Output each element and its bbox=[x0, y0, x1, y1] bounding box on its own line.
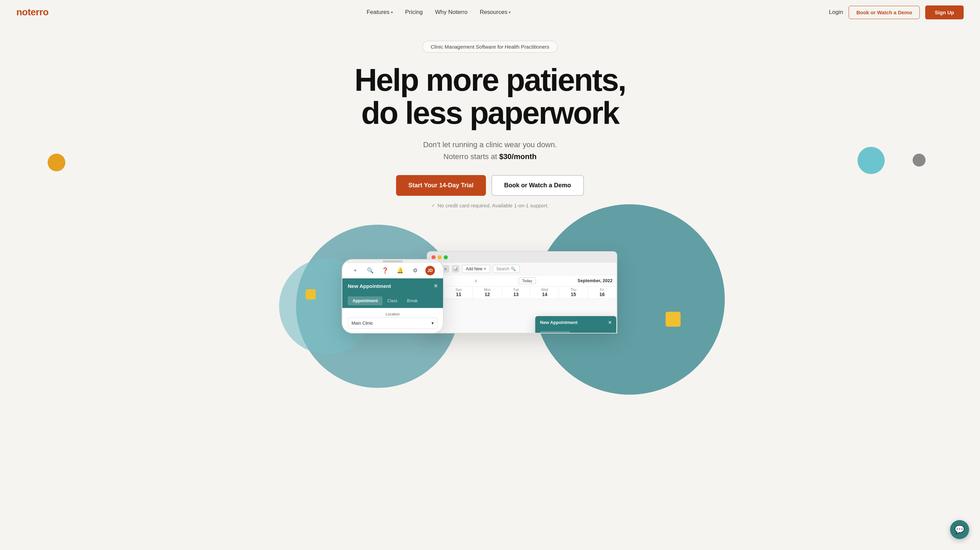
deco-orange-circle bbox=[48, 154, 65, 171]
hero-subtitle: Don't let running a clinic wear you down… bbox=[423, 139, 557, 162]
logo-text: noterro bbox=[16, 7, 49, 18]
chat-widget[interactable]: 💬 bbox=[950, 520, 969, 539]
nav-item-why[interactable]: Why Noterro bbox=[435, 9, 467, 16]
deco-teal-small-circle bbox=[858, 147, 885, 174]
desktop-appt-tab-class[interactable]: Class bbox=[570, 331, 586, 333]
cal-body: New Appointment × Appointment Class Brea… bbox=[427, 299, 617, 333]
navbar: noterro Features ▾ Pricing Why Noterro R… bbox=[0, 0, 980, 24]
calendar-header: ‹ › Today September, 2022 bbox=[427, 275, 617, 287]
demo-button-hero[interactable]: Book or Watch a Demo bbox=[492, 175, 584, 196]
features-label: Features bbox=[366, 9, 389, 16]
phone-mockup: ＋ 🔍 ❓ 🔔 ⚙ JD New Appointment × Appointme… bbox=[342, 259, 444, 333]
desktop-toolbar: ⊞ ≡ 📊 Add New + Search 🔍 bbox=[427, 263, 617, 275]
yellow-square-right bbox=[666, 312, 681, 327]
hero-title-line1: Help more patients, bbox=[355, 63, 626, 97]
desktop-appt-close-icon[interactable]: × bbox=[608, 320, 611, 326]
desktop-search-input[interactable]: Search 🔍 bbox=[493, 265, 520, 273]
phone-modal-header: New Appointment × bbox=[342, 278, 443, 294]
desktop-appt-tabs: Appointment Class Break bbox=[535, 329, 616, 333]
win-minimize-btn[interactable] bbox=[438, 255, 442, 259]
search-icon[interactable]: 🔍 bbox=[366, 266, 375, 275]
cal-day-mon: Mon 12 bbox=[473, 287, 501, 298]
chart-icon[interactable]: 📊 bbox=[452, 265, 460, 273]
search-icon-desktop: 🔍 bbox=[511, 266, 516, 271]
cal-day-tue: Tue 13 bbox=[502, 287, 530, 298]
help-icon[interactable]: ❓ bbox=[380, 266, 390, 275]
features-chevron-icon: ▾ bbox=[391, 10, 393, 14]
logo-link[interactable]: noterro bbox=[16, 7, 49, 18]
phone-notch bbox=[382, 260, 403, 262]
nav-item-features[interactable]: Features ▾ bbox=[366, 9, 393, 16]
why-label: Why Noterro bbox=[435, 9, 467, 16]
desktop-titlebar bbox=[427, 252, 617, 263]
location-value: Main Clinic bbox=[352, 320, 373, 326]
phone-form: Location Main Clinic ▾ bbox=[342, 308, 443, 333]
cal-day-fri: Fri 16 bbox=[588, 287, 617, 298]
cal-day-sun: Sun 11 bbox=[444, 287, 473, 298]
phone-tab-break[interactable]: Break bbox=[402, 296, 422, 305]
cal-day-thu: Thu 15 bbox=[559, 287, 588, 298]
desktop-appt-tab-break[interactable]: Break bbox=[586, 331, 603, 333]
desktop-appt-title: New Appointment bbox=[540, 320, 578, 325]
hero-badge: Clinic Management Software for Health Pr… bbox=[422, 41, 558, 53]
hero-note: ✓ No credit card required. Available 1-o… bbox=[431, 203, 549, 208]
plus-icon[interactable]: ＋ bbox=[350, 266, 360, 275]
signup-button[interactable]: Sign Up bbox=[925, 5, 964, 19]
location-label: Location bbox=[348, 312, 438, 316]
cal-grid-header: Sun 11 Mon 12 Tue 13 Wed 14 Thu 15 bbox=[427, 287, 617, 299]
pricing-label: Pricing bbox=[405, 9, 423, 16]
cal-month-title: September, 2022 bbox=[578, 278, 612, 283]
screenshots-section: ＋ 🔍 ❓ 🔔 ⚙ JD New Appointment × Appointme… bbox=[269, 225, 711, 333]
bell-icon[interactable]: 🔔 bbox=[395, 266, 405, 275]
login-link[interactable]: Login bbox=[829, 9, 843, 16]
desktop-appt-header: New Appointment × bbox=[535, 316, 616, 329]
phone-bar bbox=[342, 260, 443, 263]
cal-day-wed: Wed 14 bbox=[530, 287, 559, 298]
hero-subtitle-text1: Don't let running a clinic wear you down… bbox=[423, 140, 557, 149]
resources-label: Resources bbox=[480, 9, 508, 16]
phone-tab-class[interactable]: Class bbox=[382, 296, 402, 305]
nav-links: Features ▾ Pricing Why Noterro Resources… bbox=[366, 9, 511, 16]
nav-item-resources[interactable]: Resources ▾ bbox=[480, 9, 511, 16]
nav-item-pricing[interactable]: Pricing bbox=[405, 9, 423, 16]
yellow-square-left bbox=[305, 289, 316, 300]
add-new-button[interactable]: Add New + bbox=[462, 265, 490, 273]
today-button[interactable]: Today bbox=[519, 277, 536, 284]
hero-note-text: No credit card required. Available 1-on-… bbox=[438, 203, 549, 208]
phone-tab-appointment[interactable]: Appointment bbox=[348, 296, 382, 305]
hero-title: Help more patients, do less paperwork bbox=[355, 63, 626, 129]
win-maximize-btn[interactable] bbox=[444, 255, 448, 259]
hero-subtitle-text2: Noterro starts at bbox=[443, 152, 499, 161]
nav-right: Login Book or Watch a Demo Sign Up bbox=[829, 5, 964, 19]
desktop-mockup: ⊞ ≡ 📊 Add New + Search 🔍 ‹ › Today Septe… bbox=[427, 251, 617, 333]
phone-tabs: Appointment Class Break bbox=[342, 294, 443, 308]
trial-button[interactable]: Start Your 14-Day Trial bbox=[396, 175, 485, 196]
hero-title-line2: do less paperwork bbox=[361, 95, 619, 130]
resources-chevron-icon: ▾ bbox=[509, 10, 511, 14]
hero-section: Clinic Management Software for Health Pr… bbox=[0, 24, 980, 333]
phone-modal-close-icon[interactable]: × bbox=[434, 282, 438, 290]
hero-cta-group: Start Your 14-Day Trial Book or Watch a … bbox=[396, 175, 584, 196]
hero-price: $30/month bbox=[499, 152, 537, 161]
demo-button-nav[interactable]: Book or Watch a Demo bbox=[849, 6, 920, 19]
dropdown-chevron-icon: ▾ bbox=[431, 320, 434, 326]
avatar: JD bbox=[425, 266, 435, 275]
plus-icon-desktop: + bbox=[484, 266, 486, 271]
phone-modal-title: New Appointment bbox=[348, 283, 391, 289]
checkmark-icon: ✓ bbox=[431, 203, 436, 208]
desktop-appt-modal: New Appointment × Appointment Class Brea… bbox=[535, 316, 617, 333]
cal-next-icon[interactable]: › bbox=[475, 278, 477, 284]
phone-toolbar: ＋ 🔍 ❓ 🔔 ⚙ JD bbox=[342, 263, 443, 278]
deco-gray-circle bbox=[913, 154, 926, 166]
desktop-appt-tab-appointment[interactable]: Appointment bbox=[540, 331, 570, 333]
chat-icon: 💬 bbox=[955, 525, 965, 534]
settings-icon[interactable]: ⚙ bbox=[410, 266, 420, 275]
location-select[interactable]: Main Clinic ▾ bbox=[348, 317, 438, 329]
